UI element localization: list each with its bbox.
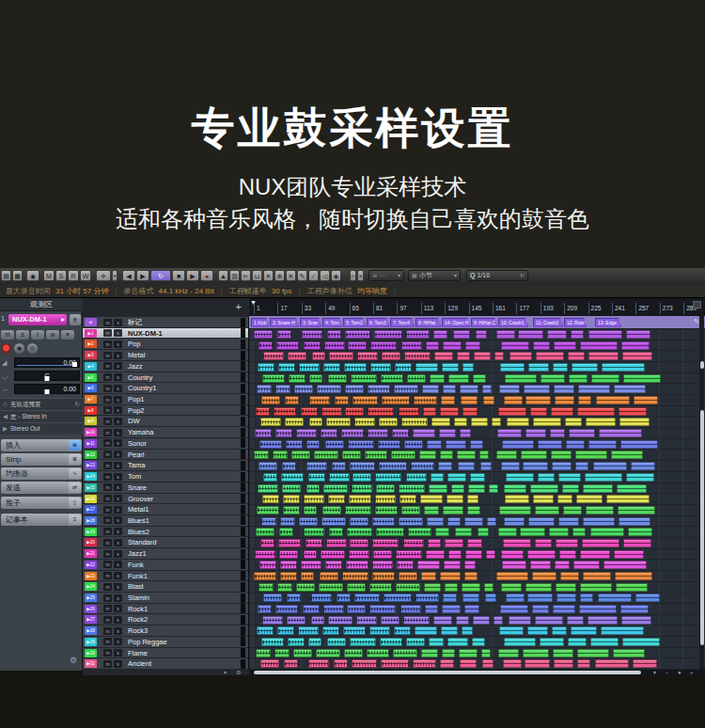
vscroll-handle-dot[interactable] bbox=[700, 361, 704, 369]
marker-chip[interactable]: 5: Tom2 bbox=[343, 318, 366, 327]
midi-clip[interactable] bbox=[614, 550, 644, 559]
section-icon[interactable]: ∿ bbox=[69, 468, 81, 479]
midi-clip[interactable] bbox=[421, 649, 438, 657]
track-row[interactable]: ▶4msJazz bbox=[83, 361, 248, 372]
midi-clip[interactable] bbox=[504, 517, 525, 526]
midi-clip[interactable] bbox=[535, 616, 563, 625]
midi-clip[interactable] bbox=[428, 539, 441, 547]
midi-clip[interactable] bbox=[288, 638, 305, 646]
settings-gear-icon[interactable]: ⚙ bbox=[70, 656, 77, 665]
midi-clip[interactable] bbox=[489, 484, 498, 493]
draw-tool[interactable]: ✎ bbox=[297, 270, 307, 281]
midi-clip[interactable] bbox=[571, 626, 597, 635]
midi-clip[interactable] bbox=[567, 616, 584, 625]
midi-clip[interactable] bbox=[323, 484, 348, 493]
midi-clip[interactable] bbox=[327, 330, 341, 339]
midi-clip[interactable] bbox=[291, 451, 310, 459]
midi-clip[interactable] bbox=[482, 385, 492, 393]
goto-start-button[interactable]: ◀ bbox=[122, 270, 135, 281]
track-row[interactable]: ▶1msNUX-DM-1 bbox=[83, 328, 248, 340]
midi-clip[interactable] bbox=[316, 649, 340, 657]
midi-clip[interactable] bbox=[494, 616, 503, 625]
midi-clip[interactable] bbox=[460, 385, 478, 393]
mute-button[interactable]: m bbox=[103, 340, 112, 348]
midi-clip[interactable] bbox=[523, 649, 549, 657]
midi-clip[interactable] bbox=[301, 561, 321, 569]
midi-clip[interactable] bbox=[553, 649, 573, 657]
midi-clip[interactable] bbox=[505, 374, 537, 383]
mute-button[interactable]: m bbox=[103, 516, 112, 524]
midi-clip[interactable] bbox=[455, 528, 472, 536]
marker-chip[interactable]: 11: Crash2 bbox=[533, 318, 563, 327]
midi-clip[interactable] bbox=[553, 363, 568, 372]
midi-clip[interactable] bbox=[326, 539, 347, 547]
track-row[interactable]: ▶26msRock1 bbox=[83, 604, 248, 615]
midi-clip[interactable] bbox=[540, 374, 565, 383]
midi-clip[interactable] bbox=[565, 418, 582, 426]
midi-clip[interactable] bbox=[558, 517, 579, 526]
midi-clip[interactable] bbox=[406, 638, 425, 646]
midi-clip[interactable] bbox=[299, 363, 320, 372]
vscroll-thumb[interactable] bbox=[700, 410, 704, 645]
track-row[interactable]: ▶3msMetal bbox=[83, 350, 248, 361]
midi-clip[interactable] bbox=[434, 352, 453, 360]
midi-clip[interactable] bbox=[321, 550, 345, 559]
midi-clip[interactable] bbox=[588, 330, 622, 339]
midi-clip[interactable] bbox=[413, 659, 436, 668]
solo-button[interactable]: s bbox=[114, 396, 122, 404]
track-row[interactable]: ▶31msAncient bbox=[83, 658, 248, 670]
midi-clip[interactable] bbox=[635, 593, 660, 602]
midi-clip[interactable] bbox=[479, 451, 489, 459]
volume-slider[interactable]: 0.00 bbox=[14, 357, 80, 368]
midi-clip[interactable] bbox=[352, 659, 377, 668]
midi-clip[interactable] bbox=[527, 593, 553, 602]
midi-clip[interactable] bbox=[429, 638, 444, 646]
midi-clip[interactable] bbox=[257, 385, 272, 393]
inspector-w-button[interactable]: w bbox=[46, 330, 59, 340]
midi-clip[interactable] bbox=[373, 550, 392, 559]
midi-clip[interactable] bbox=[501, 583, 522, 592]
midi-clip[interactable] bbox=[351, 374, 377, 383]
midi-clip[interactable] bbox=[258, 341, 273, 350]
track-badge[interactable]: ▶17 bbox=[85, 505, 97, 514]
midi-clip[interactable] bbox=[261, 638, 284, 646]
mute-button[interactable]: m bbox=[103, 362, 112, 370]
vertical-scrollbar[interactable] bbox=[699, 316, 704, 670]
solo-button[interactable]: s bbox=[114, 406, 122, 414]
midi-clip[interactable] bbox=[284, 659, 298, 668]
midi-clip[interactable] bbox=[354, 593, 380, 602]
track-badge[interactable]: ▶31 bbox=[85, 659, 97, 668]
midi-clip[interactable] bbox=[347, 528, 372, 536]
solo-button[interactable]: s bbox=[114, 616, 122, 624]
solo-button[interactable]: s bbox=[114, 439, 122, 447]
marker-chip[interactable]: 9: HiHat C bbox=[471, 318, 497, 327]
midi-clip[interactable] bbox=[322, 626, 339, 635]
midi-clip[interactable] bbox=[634, 396, 658, 404]
midi-clip[interactable] bbox=[396, 550, 422, 559]
midi-clip[interactable] bbox=[499, 506, 531, 514]
midi-clip[interactable] bbox=[498, 528, 517, 536]
solo-button[interactable]: s bbox=[114, 473, 122, 481]
grid-type-select[interactable]: ▦小节▾ bbox=[408, 270, 461, 281]
midi-clip[interactable] bbox=[309, 374, 322, 383]
midi-clip[interactable] bbox=[260, 539, 274, 547]
midi-clip[interactable] bbox=[411, 462, 434, 470]
midi-clip[interactable] bbox=[276, 341, 299, 350]
midi-clip[interactable] bbox=[556, 539, 578, 547]
midi-clip[interactable] bbox=[312, 352, 325, 360]
midi-clip[interactable] bbox=[279, 550, 298, 559]
track-row[interactable]: ▶5msCountry bbox=[83, 372, 248, 384]
midi-clip[interactable] bbox=[328, 374, 347, 383]
midi-clip[interactable] bbox=[404, 440, 423, 449]
midi-clip[interactable] bbox=[494, 352, 504, 360]
midi-clip[interactable] bbox=[580, 583, 612, 592]
midi-clip[interactable] bbox=[586, 418, 616, 426]
midi-clip[interactable] bbox=[503, 539, 531, 547]
midi-clip[interactable] bbox=[429, 484, 447, 493]
midi-clip[interactable] bbox=[440, 572, 461, 580]
midi-clip[interactable] bbox=[568, 638, 587, 646]
midi-clip[interactable] bbox=[585, 473, 622, 482]
midi-clip[interactable] bbox=[277, 626, 294, 635]
midi-clip[interactable] bbox=[474, 352, 491, 360]
marker-chip[interactable]: 2: Snare H bbox=[270, 318, 299, 327]
